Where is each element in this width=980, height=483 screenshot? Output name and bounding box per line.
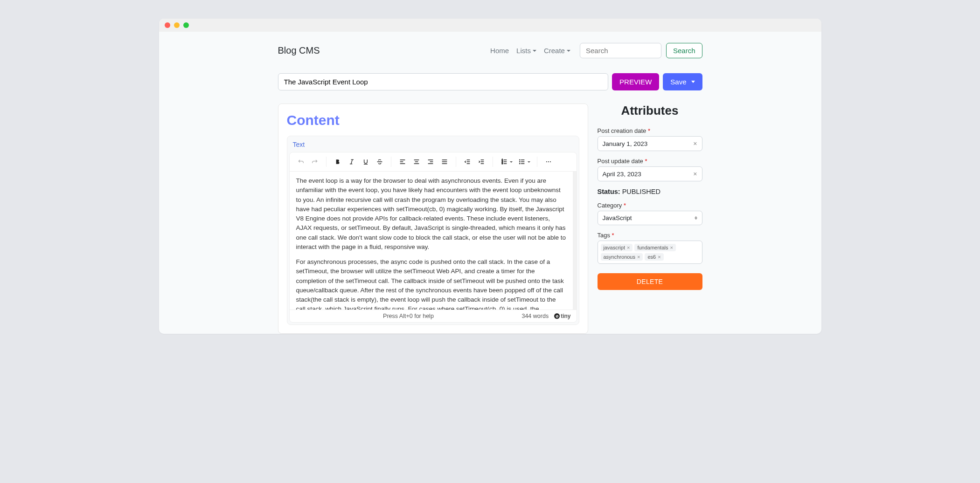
word-count: 344 words <box>521 313 549 319</box>
editor-footer: Press Alt+0 for help 344 words ⊘ tiny <box>290 310 577 322</box>
maximize-window-icon[interactable] <box>183 22 189 28</box>
creation-date-value: January 1, 2023 <box>603 140 648 147</box>
svg-point-33 <box>519 161 520 162</box>
clear-icon[interactable]: × <box>693 170 697 178</box>
select-arrows-icon <box>695 216 697 220</box>
chevron-down-icon <box>691 81 695 83</box>
unordered-list-button[interactable] <box>515 155 532 168</box>
save-button[interactable]: Save <box>663 73 702 90</box>
chevron-down-icon <box>510 161 513 163</box>
nav-lists-label: Lists <box>516 47 531 55</box>
editor-help-text: Press Alt+0 for help <box>295 313 522 319</box>
editor-wrap: Text <box>287 136 579 325</box>
strikethrough-icon[interactable] <box>373 155 386 168</box>
delete-button[interactable]: DELETE <box>598 273 702 290</box>
tag-chip: es6× <box>645 253 663 261</box>
brand: Blog CMS <box>278 45 320 56</box>
creation-date-label: Post creation date * <box>598 127 702 134</box>
remove-tag-icon[interactable]: × <box>658 254 660 260</box>
svg-point-34 <box>519 163 520 164</box>
tag-chip: asynchronous× <box>601 253 643 261</box>
editor-toolbar: 123 <box>290 152 577 172</box>
paragraph: The event loop is a way for the browser … <box>296 176 566 252</box>
svg-point-36 <box>548 161 549 162</box>
titlebar <box>159 19 821 32</box>
clear-icon[interactable]: × <box>693 140 697 147</box>
category-value: JavaScript <box>603 214 632 221</box>
nav-home[interactable]: Home <box>490 47 509 55</box>
tiny-logo: ⊘ tiny <box>554 313 570 319</box>
status-label: Status: <box>598 188 620 195</box>
post-title-input[interactable] <box>278 73 609 90</box>
chevron-down-icon <box>528 161 530 163</box>
svg-point-35 <box>546 161 547 162</box>
unordered-list-icon <box>515 155 528 168</box>
italic-icon[interactable] <box>345 155 358 168</box>
svg-point-37 <box>550 161 551 162</box>
svg-line-0 <box>351 159 352 164</box>
chevron-down-icon <box>533 50 536 52</box>
status-value: PUBLISHED <box>622 188 660 195</box>
status-line: Status: PUBLISHED <box>598 188 702 195</box>
nav-lists[interactable]: Lists <box>516 47 536 55</box>
indent-icon[interactable] <box>475 155 488 168</box>
chevron-down-icon <box>567 50 570 52</box>
rich-text-editor: 123 <box>289 152 577 323</box>
update-date-input[interactable]: April 23, 2023 × <box>598 166 702 181</box>
align-left-icon[interactable] <box>396 155 409 168</box>
save-button-label: Save <box>670 78 686 86</box>
update-date-label: Post update date * <box>598 158 702 165</box>
align-center-icon[interactable] <box>410 155 423 168</box>
creation-date-input[interactable]: January 1, 2023 × <box>598 136 702 151</box>
attributes-heading: Attributes <box>598 104 702 118</box>
tag-chip: fundamentals× <box>634 244 675 251</box>
attributes-panel: Attributes Post creation date * January … <box>598 104 702 290</box>
ordered-list-icon: 123 <box>498 155 511 168</box>
close-window-icon[interactable] <box>165 22 170 28</box>
editor-tab-text[interactable]: Text <box>293 141 305 148</box>
svg-point-32 <box>519 159 520 160</box>
remove-tag-icon[interactable]: × <box>637 254 640 260</box>
bold-icon[interactable] <box>331 155 344 168</box>
remove-tag-icon[interactable]: × <box>627 245 630 250</box>
search-input[interactable] <box>580 43 661 58</box>
nav-create-label: Create <box>544 47 565 55</box>
align-right-icon[interactable] <box>424 155 437 168</box>
category-select[interactable]: JavaScript <box>598 211 702 225</box>
remove-tag-icon[interactable]: × <box>670 245 673 250</box>
tags-select[interactable]: javascript× fundamentals× asynchronous× … <box>598 241 702 264</box>
redo-icon[interactable] <box>308 155 321 168</box>
paragraph: For asynchronous processes, the async co… <box>296 257 566 310</box>
ordered-list-button[interactable]: 123 <box>498 155 514 168</box>
undo-icon[interactable] <box>294 155 307 168</box>
outdent-icon[interactable] <box>461 155 474 168</box>
select-arrows-icon <box>695 252 698 253</box>
editor-body[interactable]: The event loop is a way for the browser … <box>290 172 577 310</box>
nav-create[interactable]: Create <box>544 47 570 55</box>
preview-button[interactable]: PREVIEW <box>612 73 659 90</box>
content-heading: Content <box>287 112 579 128</box>
category-label: Category * <box>598 202 702 209</box>
tag-chip: javascript× <box>601 244 633 251</box>
update-date-value: April 23, 2023 <box>603 171 641 178</box>
title-row: PREVIEW Save <box>278 73 702 90</box>
search-button[interactable]: Search <box>666 43 702 58</box>
svg-text:3: 3 <box>501 162 503 165</box>
navbar: Blog CMS Home Lists Create Search <box>278 43 702 58</box>
align-justify-icon[interactable] <box>438 155 451 168</box>
minimize-window-icon[interactable] <box>174 22 180 28</box>
more-icon[interactable] <box>542 155 555 168</box>
underline-icon[interactable] <box>359 155 372 168</box>
tags-label: Tags * <box>598 232 702 239</box>
content-card: Content Text <box>278 104 588 334</box>
app-window: Blog CMS Home Lists Create Search <box>159 19 821 334</box>
